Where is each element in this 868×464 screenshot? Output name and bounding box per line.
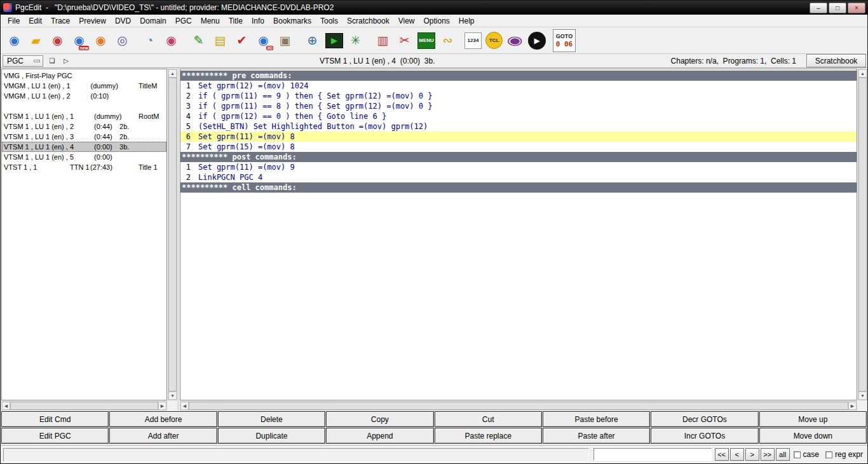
action-button[interactable]: Edit PGC [1,428,109,444]
open-folder-icon[interactable]: ▰ [25,29,46,52]
open-dvd-icon[interactable]: ◉ [47,29,68,52]
menu-item[interactable]: View [394,15,419,27]
pgc-list-item[interactable]: VMG , First-Play PGC [2,71,166,81]
kill-trace-icon[interactable]: ✂ [394,29,415,52]
restore-backup-icon[interactable]: ◉ [161,29,182,52]
close-button[interactable]: × [848,3,865,13]
copy-dvd-icon[interactable]: ◔ [139,29,160,52]
menu-item[interactable]: Tools [316,15,342,27]
action-button[interactable]: Incr GOTOs [651,428,758,444]
maximize-button[interactable]: □ [829,3,846,13]
action-button[interactable]: Add before [109,411,217,427]
action-button[interactable]: Paste after [543,428,650,444]
command-row[interactable]: ********** pre commands: [180,71,857,81]
pgc-selector[interactable]: PGC [3,55,43,67]
batch-edit-icon[interactable]: ▤ [210,29,231,52]
command-row[interactable]: ********** cell commands: [180,182,857,193]
play-trace-icon[interactable]: ▷ [61,56,71,66]
scroll-down-icon[interactable]: ▼ [168,392,177,400]
menu-item[interactable]: Trace [46,15,74,27]
menu-item[interactable]: DVD [111,15,135,27]
scroll-right-icon[interactable]: ▶ [848,402,857,410]
action-button[interactable]: Duplicate [218,428,325,444]
preview-eye-icon[interactable]: ◉ [505,29,526,52]
action-button[interactable]: Paste before [543,411,650,427]
menu-item[interactable]: Title [224,15,247,27]
menu-item[interactable]: PGC [171,15,196,27]
menu-item[interactable]: Help [454,15,479,27]
command-row[interactable]: 4 if ( gprm(12) == 0 ) then { Goto line … [180,111,857,121]
pgc-list-item[interactable] [2,101,166,111]
scroll-thumb[interactable] [168,78,177,392]
tearoff-icon[interactable]: ❏ [47,56,57,66]
command-row[interactable]: 1 Set gprm(12) =(mov) 1024 [180,81,857,91]
search-option[interactable]: case [794,450,819,459]
scroll-up-icon[interactable]: ▲ [168,69,177,78]
minimize-button[interactable]: – [810,3,827,13]
scroll-thumb[interactable] [10,402,158,410]
scroll-thumb[interactable] [858,78,867,392]
search-nav-button[interactable]: < [730,448,744,461]
action-button[interactable]: Delete [218,411,325,427]
action-button[interactable]: Copy [326,411,433,427]
pgc-list-item[interactable]: VMGM , LU 1 (en) , 2 (0:10) [2,91,166,101]
scroll-up-icon[interactable]: ▲ [858,69,867,78]
examine-dvd-icon[interactable]: ◎ [112,29,133,52]
menu-item[interactable]: Bookmarks [269,15,316,27]
action-button[interactable]: Cut [435,411,542,427]
action-button[interactable]: Edit Cmd [1,411,109,427]
menu-item[interactable]: Edit [24,15,46,27]
menu-item[interactable]: Scratchbook [342,15,394,27]
action-button[interactable]: Move up [759,411,867,427]
command-row[interactable]: 2 LinkPGCN PGC 4 [180,172,857,182]
3d-disc-icon[interactable]: ◉ 3D [253,29,274,52]
search-nav-button[interactable]: >> [761,448,775,461]
command-row[interactable]: 1 Set gprm(11) =(mov) 9 [180,162,857,172]
search-nav-button[interactable]: > [745,448,759,461]
pgc-list-item[interactable]: VTSM 1 , LU 1 (en) , 2 (0:44) 2b. [2,121,166,132]
search-nav-button[interactable]: all [776,448,790,461]
menu-item[interactable]: Options [419,15,454,27]
command-row[interactable]: 6 Set gprm(11) =(mov) 8 [180,132,857,142]
action-button[interactable]: Decr GOTOs [651,411,758,427]
checkbox-icon[interactable] [825,451,832,458]
edit-commands-icon[interactable]: ✎ [188,29,209,52]
pgc-list-item[interactable]: VTSM 1 , LU 1 (en) , 3 (0:44) 2b. [2,132,166,142]
command-row[interactable]: ********** post commands: [180,152,857,162]
pgc-list-item[interactable]: VTSM 1 , LU 1 (en) , 4 (0:00) 3b. [2,142,166,152]
goto-trace-icon[interactable]: ▶ [528,32,546,50]
checkbox-icon[interactable] [794,451,801,458]
search-nav-button[interactable]: << [715,448,729,461]
scratchbook-button[interactable]: Scratchbook [806,54,866,67]
command-row[interactable]: 7 Set gprm(15) =(mov) 8 [180,142,857,152]
pgc-list-vscrollbar[interactable]: ▲ ▼ [168,69,177,400]
wheel-icon[interactable]: ✳ [345,29,366,52]
action-button[interactable]: Add after [109,428,217,444]
search-option[interactable]: reg expr [825,450,863,459]
pgc-list-item[interactable]: VTSM 1 , LU 1 (en) , 5 (0:00) [2,152,166,162]
menu-item[interactable]: Info [247,15,269,27]
search-input[interactable] [593,448,712,461]
scroll-thumb[interactable] [189,402,848,410]
menu-item[interactable]: Menu [196,15,224,27]
new-dvd-icon[interactable]: ◉ [4,29,25,52]
scroll-right-icon[interactable]: ▶ [158,402,166,410]
globe-icon[interactable]: ⊕ [302,29,323,52]
pgc-list-item[interactable]: VTSM 1 , LU 1 (en) , 1 (dummy) RootM [2,111,166,121]
command-row[interactable]: 3 if ( gprm(11) == 8 ) then { Set gprm(1… [180,101,857,111]
scroll-down-icon[interactable]: ▼ [858,392,867,400]
trace-bars-icon[interactable]: ▥ [372,29,393,52]
pgc-list-item[interactable]: VTST 1 , 1 TTN 1 (27:43) Title 1 [2,162,166,172]
menu-item[interactable]: File [3,15,24,27]
menu-button-icon[interactable]: MENU [417,32,435,49]
scroll-left-icon[interactable]: ◀ [2,402,10,410]
scroll-left-icon[interactable]: ◀ [180,402,189,410]
new-menu-icon[interactable]: ◉ new [69,29,90,52]
clipboard-icon[interactable]: ▣ [275,29,295,52]
command-list-vscrollbar[interactable]: ▲ ▼ [858,69,867,400]
command-list-hscrollbar[interactable]: ◀ ▶ [180,401,857,411]
pgc-list-item[interactable]: VMGM , LU 1 (en) , 1 (dummy) TitleM [2,81,166,91]
command-row[interactable]: 2 if ( gprm(11) == 9 ) then { Set gprm(1… [180,91,857,101]
action-button[interactable]: Move down [759,428,867,444]
video-preview-icon[interactable]: ▶ [325,33,343,48]
